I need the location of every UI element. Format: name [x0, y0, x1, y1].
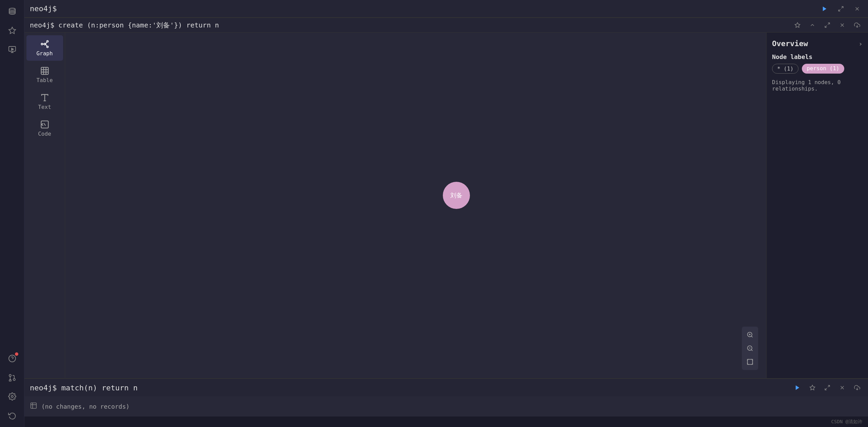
top-bar: neo4j$	[24, 0, 868, 18]
table-label: Table	[36, 77, 53, 83]
save-button[interactable]	[852, 20, 863, 31]
svg-marker-1	[9, 27, 16, 34]
svg-line-13	[839, 9, 840, 11]
play-monitor-icon[interactable]	[4, 41, 20, 58]
overview-chevron-icon[interactable]: ›	[859, 40, 863, 48]
graph-view-item[interactable]: Graph	[26, 35, 63, 61]
sidebar	[0, 0, 24, 427]
svg-line-16	[828, 23, 830, 24]
zoom-out-button[interactable]	[744, 342, 756, 354]
svg-point-4	[9, 355, 16, 362]
undo-icon[interactable]	[4, 407, 20, 424]
run-button[interactable]	[819, 3, 830, 14]
bottom-run-button[interactable]	[792, 382, 803, 393]
node-labels-row: * (1) person (1)	[772, 64, 863, 74]
all-label-badge[interactable]: * (1)	[772, 64, 798, 74]
bottom-close-button[interactable]	[837, 382, 848, 393]
overview-description: Displaying 1 nodes, 0 relationships.	[772, 79, 863, 92]
settings-icon[interactable]	[4, 388, 20, 405]
bottom-panel-actions	[792, 382, 863, 393]
svg-marker-3	[12, 48, 14, 50]
bottom-panel-query: neo4j$ match(n) return n	[30, 384, 138, 392]
graph-canvas[interactable]: 刘备	[65, 33, 766, 378]
svg-line-46	[828, 385, 830, 387]
zoom-in-button[interactable]	[744, 329, 756, 341]
svg-line-36	[44, 123, 45, 126]
top-bar-query: neo4j$	[30, 4, 57, 13]
no-changes-text: (no changes, no records)	[41, 403, 130, 410]
overview-title: Overview ›	[772, 39, 863, 48]
table-view-item[interactable]: Table	[26, 62, 63, 88]
code-view-item[interactable]: Code	[26, 116, 63, 141]
svg-point-10	[11, 395, 13, 397]
bottom-panel: neo4j$ match(n) return n	[24, 378, 868, 416]
graph-node[interactable]: 刘备	[443, 182, 470, 209]
graph-label: Graph	[36, 50, 53, 57]
svg-line-12	[842, 6, 843, 8]
svg-rect-44	[748, 360, 753, 365]
node-labels-title: Node labels	[772, 53, 863, 60]
text-view-item[interactable]: Text	[26, 89, 63, 114]
bottom-pin-button[interactable]	[807, 382, 818, 393]
svg-line-38	[751, 336, 753, 337]
text-label: Text	[38, 104, 51, 110]
first-result-area: Graph Table	[24, 33, 868, 378]
svg-line-42	[751, 350, 753, 351]
svg-point-22	[46, 41, 48, 42]
pin-button[interactable]	[792, 20, 803, 31]
expand-button[interactable]	[835, 3, 846, 14]
svg-point-6	[13, 379, 15, 381]
connection-icon[interactable]	[4, 369, 20, 386]
bottom-expand-button[interactable]	[822, 382, 833, 393]
svg-line-47	[825, 388, 827, 390]
star-icon[interactable]	[4, 22, 20, 39]
bottom-save-button[interactable]	[852, 382, 863, 393]
main-content: neo4j$	[24, 0, 868, 427]
svg-point-24	[44, 43, 45, 45]
svg-marker-45	[796, 385, 800, 390]
database-icon[interactable]	[4, 3, 20, 20]
person-label-badge[interactable]: person (1)	[802, 64, 844, 74]
status-bar: CSDN @清如许	[24, 416, 868, 427]
svg-marker-11	[823, 6, 827, 11]
overview-panel: Overview › Node labels * (1) person (1) …	[766, 33, 868, 378]
svg-line-26	[45, 42, 47, 44]
collapse-button[interactable]	[807, 20, 818, 31]
svg-rect-51	[31, 403, 37, 409]
top-bar-actions	[819, 3, 863, 14]
bottom-result-row: (no changes, no records)	[24, 396, 868, 416]
svg-point-7	[9, 374, 11, 376]
expand-panel-button[interactable]	[822, 20, 833, 31]
table-icon	[30, 402, 37, 411]
zoom-controls	[742, 327, 758, 370]
first-panel-header: neo4j$ create (n:person {name:'刘备'}) ret…	[24, 18, 868, 33]
close-top-button[interactable]	[852, 3, 863, 14]
svg-point-0	[9, 8, 15, 10]
svg-line-17	[825, 26, 827, 27]
code-label: Code	[38, 131, 51, 137]
bottom-panel-header: neo4j$ match(n) return n	[24, 379, 868, 396]
first-panel-query: neo4j$ create (n:person {name:'刘备'}) ret…	[30, 21, 219, 30]
help-icon[interactable]	[4, 350, 20, 367]
close-panel-button[interactable]	[837, 20, 848, 31]
svg-point-23	[46, 46, 48, 48]
fit-button[interactable]	[744, 356, 756, 368]
query-panel: neo4j$ create (n:person {name:'刘备'}) ret…	[24, 18, 868, 427]
first-panel-actions	[792, 20, 863, 31]
svg-point-21	[41, 43, 43, 45]
svg-rect-28	[41, 67, 48, 75]
view-selector: Graph Table	[24, 33, 65, 378]
status-text: CSDN @清如许	[831, 419, 863, 425]
svg-line-27	[45, 44, 47, 46]
node-label: 刘备	[450, 191, 462, 199]
